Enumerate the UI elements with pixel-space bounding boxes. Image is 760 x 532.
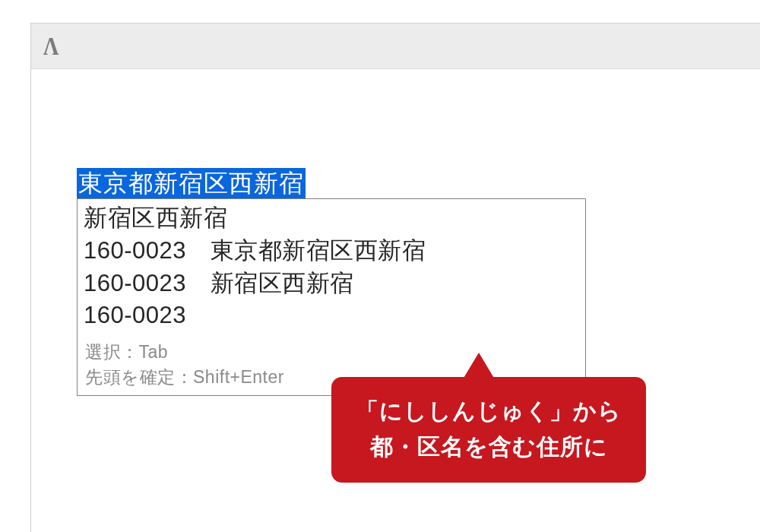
ime-candidate-list: 新宿区西新宿 160-0023 東京都新宿区西新宿 160-0023 新宿区西新… — [78, 199, 585, 337]
ime-composition: 東京都新宿区西新宿 新宿区西新宿 160-0023 東京都新宿区西新宿 160-… — [77, 168, 586, 396]
callout-line: 「にししんじゅく」から — [356, 394, 622, 429]
ime-candidate-box: 新宿区西新宿 160-0023 東京都新宿区西新宿 160-0023 新宿区西新… — [77, 198, 586, 396]
ime-candidate-item[interactable]: 160-0023 新宿区西新宿 — [84, 268, 579, 300]
callout-tail-icon — [461, 353, 497, 383]
ime-candidate-item[interactable]: 160-0023 — [84, 299, 579, 332]
document-area[interactable]: 東京都新宿区西新宿 新宿区西新宿 160-0023 東京都新宿区西新宿 160-… — [31, 69, 760, 532]
callout-line: 都・区名を含む住所に — [356, 429, 622, 465]
ime-candidate-item[interactable]: 160-0023 東京都新宿区西新宿 — [84, 235, 579, 268]
titlebar: Λ — [31, 24, 760, 69]
annotation-callout: 「にししんじゅく」から 都・区名を含む住所に — [331, 377, 646, 483]
callout-body: 「にししんじゅく」から 都・区名を含む住所に — [331, 377, 646, 483]
app-logo-icon: Λ — [43, 32, 59, 61]
app-window: Λ 東京都新宿区西新宿 新宿区西新宿 160-0023 東京都新宿区西新宿 16… — [30, 23, 760, 532]
ime-candidate-item[interactable]: 新宿区西新宿 — [84, 202, 579, 235]
ime-selected-text[interactable]: 東京都新宿区西新宿 — [77, 168, 306, 198]
ime-hint-select: 選択：Tab — [85, 340, 578, 365]
